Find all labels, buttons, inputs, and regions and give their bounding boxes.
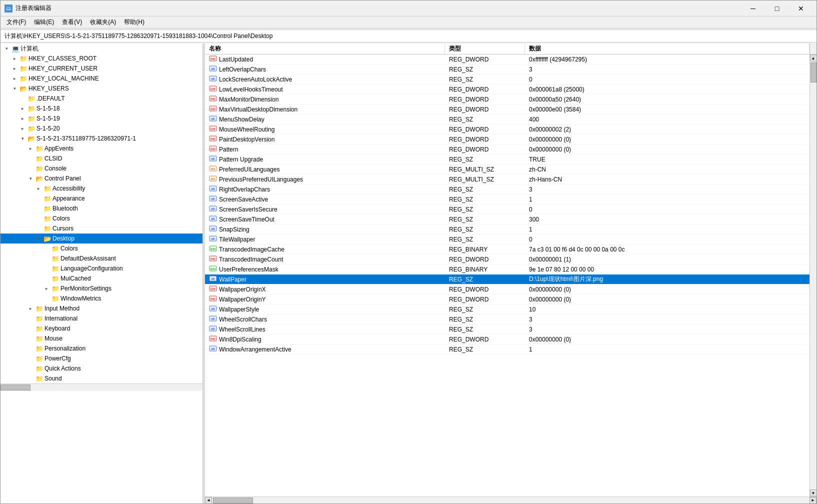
tree-item-powercfg[interactable]: 📁PowerCfg (0, 354, 202, 364)
tree-item-input_method[interactable]: ▸📁Input Method (0, 304, 202, 314)
table-row[interactable]: abLeftOverlapCharsREG_SZ3 (205, 64, 810, 74)
col-header-type[interactable]: 类型 (445, 44, 525, 54)
menu-help[interactable]: 帮助(H) (120, 17, 148, 28)
col-header-data[interactable]: 数据 (525, 44, 810, 54)
tree-item-desktop[interactable]: ▾📂Desktop (0, 234, 202, 244)
tree-item-hkey_local_machine[interactable]: ▸📁HKEY_LOCAL_MACHINE (0, 74, 202, 84)
table-row[interactable]: abWindowArrangementActiveREG_SZ1 (205, 344, 810, 354)
expand-btn-appevents[interactable]: ▸ (26, 144, 34, 152)
expand-btn-s-1-5-18[interactable]: ▸ (18, 104, 26, 112)
tree-item-hkey_classes_root[interactable]: ▸📁HKEY_CLASSES_ROOT (0, 54, 202, 64)
table-row[interactable]: abWallpaperStyleREG_SZ10 (205, 304, 810, 314)
expand-btn-hkey_current_user[interactable]: ▸ (10, 64, 18, 72)
table-row[interactable]: abTileWallpaperREG_SZ0 (205, 234, 810, 244)
tree-item-default[interactable]: 📁.DEFAULT (0, 94, 202, 104)
tree-item-s-1-5-19[interactable]: ▸📁S-1-5-19 (0, 114, 202, 124)
table-row[interactable]: DWMaxVirtualDesktopDimensionREG_DWORD0x0… (205, 104, 810, 114)
tree-item-languageconfiguration[interactable]: 📁LanguageConfiguration (0, 264, 202, 274)
tree-item-defaultdeskassisant[interactable]: 📁DefaultDeskAssisant (0, 254, 202, 264)
close-button[interactable]: ✕ (790, 0, 812, 16)
tree-item-keyboard[interactable]: 📁Keyboard (0, 324, 202, 334)
table-row[interactable]: DWWallpaperOriginYREG_DWORD0x00000000 (0… (205, 294, 810, 304)
tree-item-appevents[interactable]: ▸📁AppEvents (0, 144, 202, 154)
tree-item-quick_actions[interactable]: 📁Quick Actions (0, 364, 202, 374)
table-row[interactable]: abWallPaperREG_SZD:\1up\现状html\图片深.png (205, 274, 810, 284)
table-row[interactable]: abMenuShowDelayREG_SZ400 (205, 114, 810, 124)
table-row[interactable]: abLockScreenAutoLockActiveREG_SZ0 (205, 74, 810, 84)
tree-item-cursors[interactable]: 📁Cursors (0, 224, 202, 234)
scroll-up-btn[interactable]: ▲ (810, 54, 817, 62)
table-row[interactable]: abPattern UpgradeREG_SZTRUE (205, 154, 810, 164)
expand-btn-computer[interactable]: ▾ (2, 44, 10, 52)
scroll-track[interactable] (810, 62, 817, 490)
tree-item-accessibility[interactable]: ▸📁Accessibility (0, 184, 202, 194)
scroll-down-btn[interactable]: ▼ (810, 490, 817, 496)
expand-btn-hkey_classes_root[interactable]: ▸ (10, 54, 18, 62)
tree-item-muicached[interactable]: 📁MuiCached (0, 274, 202, 284)
table-row[interactable]: DWLowLevelHooksTimeoutREG_DWORD0x000061a… (205, 84, 810, 94)
menu-favorites[interactable]: 收藏夹(A) (86, 17, 120, 28)
menu-view[interactable]: 查看(V) (58, 17, 86, 28)
table-row[interactable]: BINUserPreferencesMaskREG_BINARY9e 1e 07… (205, 264, 810, 274)
table-row[interactable]: DWMaxMonitorDimensionREG_DWORD0x00000a50… (205, 94, 810, 104)
expand-btn-accessibility[interactable]: ▸ (34, 184, 42, 192)
tree-item-bluetooth[interactable]: 📁Bluetooth (0, 204, 202, 214)
tree-item-windowmetrics[interactable]: 📁WindowMetrics (0, 294, 202, 304)
expand-btn-hkey_users[interactable]: ▾ (10, 84, 18, 92)
menu-edit[interactable]: 编辑(E) (30, 17, 58, 28)
scroll-left-btn[interactable]: ◄ (205, 497, 212, 504)
expand-btn-input_method[interactable]: ▸ (26, 304, 34, 312)
table-row[interactable]: abSnapSizingREG_SZ1 (205, 224, 810, 234)
tree-item-s-1-5-21[interactable]: ▾📂S-1-5-21-3751189775-1286320971-1 (0, 134, 202, 144)
tree-item-s-1-5-18[interactable]: ▸📁S-1-5-18 (0, 104, 202, 114)
expand-btn-s-1-5-20[interactable]: ▸ (18, 124, 26, 132)
tree-item-hkey_users[interactable]: ▾📂HKEY_USERS (0, 84, 202, 94)
expand-btn-control_panel[interactable]: ▾ (26, 174, 34, 182)
table-row[interactable]: abScreenSaveTimeOutREG_SZ300 (205, 214, 810, 224)
right-h-scrollbar[interactable]: ◄ ► (205, 496, 816, 504)
table-row[interactable]: DWMouseWheelRoutingREG_DWORD0x00000002 (… (205, 124, 810, 134)
table-row[interactable]: abScreenSaverIsSecureREG_SZ0 (205, 204, 810, 214)
tree-item-clsid[interactable]: 📁CLSID (0, 154, 202, 164)
expand-btn-hkey_local_machine[interactable]: ▸ (10, 74, 18, 82)
tree-panel[interactable]: ▾💻计算机▸📁HKEY_CLASSES_ROOT▸📁HKEY_CURRENT_U… (0, 44, 203, 504)
tree-item-permonitorsettings[interactable]: ▸📁PerMonitorSettings (0, 284, 202, 294)
expand-btn-permonitorsettings[interactable]: ▸ (42, 284, 50, 292)
tree-item-sound[interactable]: 📁Sound (0, 374, 202, 384)
tree-item-mouse[interactable]: 📁Mouse (0, 334, 202, 344)
table-row[interactable]: MSPreferredUILanguagesREG_MULTI_SZzh-CN (205, 164, 810, 174)
table-area[interactable]: DWLastUpdatedREG_DWORD0xffffffff (429496… (205, 54, 810, 496)
tree-item-desktop_colors[interactable]: 📁Colors (0, 244, 202, 254)
tree-item-colors[interactable]: 📁Colors (0, 214, 202, 224)
table-row[interactable]: abScreenSaveActiveREG_SZ1 (205, 194, 810, 204)
expand-btn-s-1-5-21[interactable]: ▾ (18, 134, 26, 142)
table-row[interactable]: DWPaintDesktopVersionREG_DWORD0x00000000… (205, 134, 810, 144)
menu-file[interactable]: 文件(F) (2, 17, 30, 28)
table-row[interactable]: abRightOverlapCharsREG_SZ3 (205, 184, 810, 194)
maximize-button[interactable]: □ (766, 0, 788, 16)
right-v-scrollbar[interactable]: ▲ ▼ (810, 54, 816, 496)
table-row[interactable]: abWheelScrollCharsREG_SZ3 (205, 314, 810, 324)
tree-item-console[interactable]: 📁Console (0, 164, 202, 174)
table-row[interactable]: DWWin8DpiScalingREG_DWORD0x00000000 (0) (205, 334, 810, 344)
tree-item-s-1-5-20[interactable]: ▸📁S-1-5-20 (0, 124, 202, 134)
tree-item-hkey_current_user[interactable]: ▸📁HKEY_CURRENT_USER (0, 64, 202, 74)
table-row[interactable]: BINTranscodedImageCacheREG_BINARY7a c3 0… (205, 244, 810, 254)
expand-btn-desktop[interactable]: ▾ (34, 234, 42, 242)
table-row[interactable]: DWPatternREG_DWORD0x00000000 (0) (205, 144, 810, 154)
tree-item-appearance[interactable]: 📁Appearance (0, 194, 202, 204)
table-row[interactable]: DWLastUpdatedREG_DWORD0xffffffff (429496… (205, 54, 810, 64)
tree-item-computer[interactable]: ▾💻计算机 (0, 44, 202, 54)
table-row[interactable]: DWTranscodedImageCountREG_DWORD0x0000000… (205, 254, 810, 264)
table-row[interactable]: MSPreviousPreferredUILanguagesREG_MULTI_… (205, 174, 810, 184)
minimize-button[interactable]: ─ (742, 0, 764, 16)
tree-h-scrollbar[interactable] (0, 384, 202, 390)
expand-btn-s-1-5-19[interactable]: ▸ (18, 114, 26, 122)
col-header-name[interactable]: 名称 (205, 44, 445, 54)
tree-item-international[interactable]: 📁International (0, 314, 202, 324)
tree-item-personalization[interactable]: 📁Personalization (0, 344, 202, 354)
scroll-right-btn[interactable]: ► (810, 497, 816, 504)
table-row[interactable]: abWheelScrollLinesREG_SZ3 (205, 324, 810, 334)
table-row[interactable]: DWWallpaperOriginXREG_DWORD0x00000000 (0… (205, 284, 810, 294)
tree-item-control_panel[interactable]: ▾📂Control Panel (0, 174, 202, 184)
